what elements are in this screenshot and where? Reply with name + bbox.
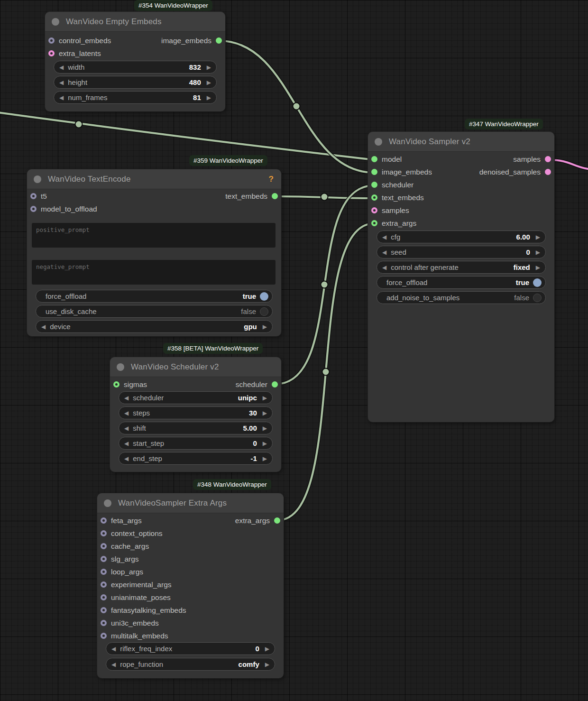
stepper-left-icon[interactable]: ◀	[59, 95, 64, 101]
widget-riflex-freq-index[interactable]: ◀ riflex_freq_index 0 ▶	[106, 642, 275, 655]
link-midpoint-dot[interactable]	[293, 103, 300, 110]
widget-end-step[interactable]: ◀ end_step -1 ▶	[119, 452, 273, 465]
widget-rope-function[interactable]: ◀ rope_function comfy ▶	[106, 658, 275, 671]
node-scheduler-v2[interactable]: WanVideo Scheduler v2 sigmas scheduler ◀…	[110, 357, 281, 472]
port-dot-icon[interactable]	[371, 182, 377, 188]
widget-start-step[interactable]: ◀ start_step 0 ▶	[119, 437, 273, 450]
node-header[interactable]: WanVideo Scheduler v2	[110, 357, 281, 377]
node-header[interactable]: WanVideoSampler Extra Args	[97, 493, 284, 513]
stepper-left-icon[interactable]: ◀	[382, 234, 386, 240]
stepper-right-icon[interactable]: ▶	[263, 456, 267, 461]
link-midpoint-dot[interactable]	[75, 121, 83, 128]
port-dot-icon[interactable]	[101, 530, 107, 536]
node-header[interactable]: WanVideo Empty Embeds	[45, 12, 225, 32]
widget-force-offload[interactable]: force_offload true	[36, 290, 273, 303]
node-sampler-v2[interactable]: WanVideo Sampler v2 model image_embeds s…	[368, 132, 554, 422]
node-collapse-icon[interactable]	[52, 18, 59, 26]
port-dot-icon[interactable]	[371, 194, 377, 201]
node-collapse-icon[interactable]	[375, 138, 382, 146]
stepper-right-icon[interactable]: ▶	[536, 249, 540, 255]
toggle-on-icon[interactable]	[533, 278, 542, 287]
node-collapse-icon[interactable]	[104, 499, 111, 507]
stepper-right-icon[interactable]: ▶	[207, 80, 211, 85]
port-dot-icon[interactable]	[101, 581, 107, 588]
port-dot-icon[interactable]	[30, 206, 37, 212]
widget-scheduler[interactable]: ◀ scheduler unipc ▶	[119, 391, 273, 404]
stepper-left-icon[interactable]: ◀	[41, 324, 46, 330]
port-dot-icon[interactable]	[216, 37, 222, 44]
widget-width[interactable]: ◀ width 832 ▶	[54, 61, 217, 74]
widget-force-offload[interactable]: force_offload true	[377, 276, 546, 289]
stepper-right-icon[interactable]: ▶	[263, 395, 267, 401]
port-dot-icon[interactable]	[371, 220, 377, 226]
stepper-right-icon[interactable]: ▶	[263, 425, 267, 431]
stepper-left-icon[interactable]: ◀	[382, 265, 386, 270]
help-icon[interactable]: ?	[269, 175, 274, 184]
stepper-left-icon[interactable]: ◀	[124, 395, 129, 401]
port-dot-icon[interactable]	[101, 594, 107, 600]
stepper-left-icon[interactable]: ◀	[111, 646, 116, 652]
port-dot-icon[interactable]	[272, 193, 278, 199]
stepper-left-icon[interactable]: ◀	[59, 65, 64, 70]
node-header[interactable]: WanVideo Sampler v2	[368, 132, 554, 152]
port-dot-icon[interactable]	[371, 207, 377, 213]
stepper-right-icon[interactable]: ▶	[263, 410, 267, 416]
port-dot-icon[interactable]	[101, 607, 107, 613]
port-dot-icon[interactable]	[101, 633, 107, 639]
port-dot-icon[interactable]	[101, 543, 107, 549]
port-dot-icon[interactable]	[101, 556, 107, 562]
port-dot-icon[interactable]	[371, 169, 377, 175]
widget-device[interactable]: ◀ device gpu ▶	[36, 320, 273, 333]
stepper-right-icon[interactable]: ▶	[263, 441, 267, 446]
port-dot-icon[interactable]	[113, 381, 119, 387]
negative-prompt-input[interactable]	[32, 260, 276, 285]
widget-cfg[interactable]: ◀ cfg 6.00 ▶	[377, 231, 546, 243]
stepper-left-icon[interactable]: ◀	[382, 249, 386, 255]
port-dot-icon[interactable]	[371, 156, 377, 162]
widget-add-noise-to-samples[interactable]: add_noise_to_samples false	[377, 291, 546, 304]
port-dot-icon[interactable]	[101, 569, 107, 575]
port-dot-icon[interactable]	[48, 50, 55, 56]
node-collapse-icon[interactable]	[117, 363, 124, 371]
widget-shift[interactable]: ◀ shift 5.00 ▶	[119, 422, 273, 434]
node-sampler-extra-args[interactable]: WanVideoSampler Extra Args feta_args con…	[97, 493, 284, 678]
widget-height[interactable]: ◀ height 480 ▶	[54, 76, 217, 89]
stepper-left-icon[interactable]: ◀	[124, 456, 129, 461]
stepper-right-icon[interactable]: ▶	[536, 234, 540, 240]
stepper-left-icon[interactable]: ◀	[124, 441, 129, 446]
port-dot-icon[interactable]	[48, 37, 55, 44]
node-text-encode[interactable]: WanVideo TextEncode ? t5 model_to_offloa…	[27, 169, 281, 336]
node-header[interactable]: WanVideo TextEncode ?	[27, 169, 281, 189]
link-midpoint-dot[interactable]	[321, 281, 328, 288]
widget-seed[interactable]: ◀ seed 0 ▶	[377, 246, 546, 258]
link-midpoint-dot[interactable]	[321, 194, 328, 201]
stepper-right-icon[interactable]: ▶	[207, 65, 211, 70]
stepper-right-icon[interactable]: ▶	[263, 324, 267, 330]
node-collapse-icon[interactable]	[34, 175, 41, 183]
port-dot-icon[interactable]	[101, 517, 107, 524]
stepper-left-icon[interactable]: ◀	[59, 80, 64, 85]
port-dot-icon[interactable]	[30, 193, 37, 199]
port-dot-icon[interactable]	[545, 169, 551, 175]
widget-num-frames[interactable]: ◀ num_frames 81 ▶	[54, 91, 217, 104]
stepper-left-icon[interactable]: ◀	[111, 662, 116, 667]
widget-control-after-generate[interactable]: ◀ control after generate fixed ▶	[377, 261, 546, 274]
stepper-right-icon[interactable]: ▶	[265, 646, 269, 652]
toggle-on-icon[interactable]	[260, 292, 268, 301]
toggle-off-icon[interactable]	[533, 294, 542, 302]
stepper-right-icon[interactable]: ▶	[265, 662, 269, 667]
port-dot-icon[interactable]	[274, 517, 280, 524]
port-dot-icon[interactable]	[272, 381, 278, 387]
positive-prompt-input[interactable]	[32, 223, 276, 248]
widget-use-disk-cache[interactable]: use_disk_cache false	[36, 305, 273, 318]
stepper-right-icon[interactable]: ▶	[536, 265, 540, 270]
port-dot-icon[interactable]	[101, 620, 107, 626]
link-midpoint-dot[interactable]	[322, 369, 330, 376]
port-dot-icon[interactable]	[545, 156, 551, 162]
widget-steps[interactable]: ◀ steps 30 ▶	[119, 406, 273, 419]
stepper-right-icon[interactable]: ▶	[207, 95, 211, 101]
toggle-off-icon[interactable]	[260, 307, 268, 316]
node-empty-embeds[interactable]: WanVideo Empty Embeds control_embeds ext…	[45, 12, 225, 111]
stepper-left-icon[interactable]: ◀	[124, 410, 129, 416]
stepper-left-icon[interactable]: ◀	[124, 425, 129, 431]
